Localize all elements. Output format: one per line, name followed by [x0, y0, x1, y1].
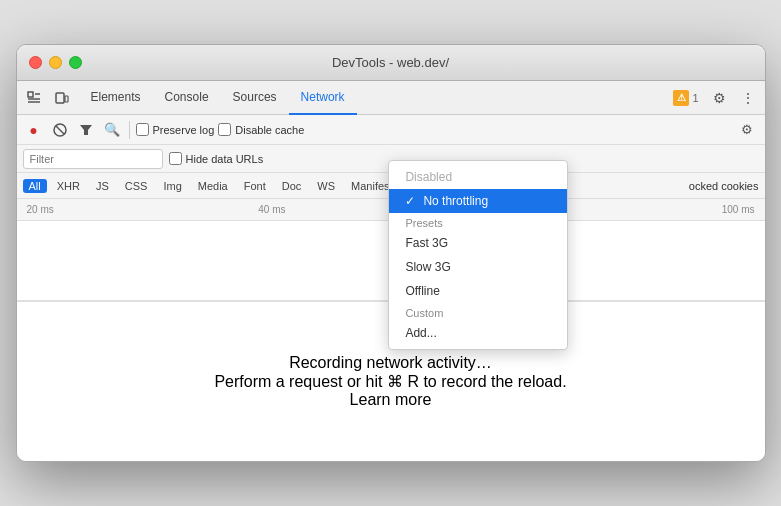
empty-state-line1: Recording network activity… [289, 354, 492, 372]
svg-rect-5 [65, 96, 68, 102]
minimize-button[interactable] [49, 56, 62, 69]
devtools-tabbar: Elements Console Sources Network ⚠ 1 ⚙ ⋮ [17, 81, 765, 115]
timeline-mark-4: 100 ms [722, 204, 755, 215]
throttle-option-add[interactable]: ✓ Add... [389, 321, 567, 345]
filter-icon[interactable] [75, 119, 97, 141]
tab-console[interactable]: Console [153, 81, 221, 115]
dropdown-custom-header: Custom [389, 303, 567, 321]
throttle-settings-icon[interactable]: ⚙ [736, 119, 758, 141]
throttle-option-fast3g[interactable]: ✓ Fast 3G [389, 231, 567, 255]
tab-network[interactable]: Network [289, 81, 357, 115]
svg-rect-4 [56, 93, 64, 103]
dropdown-disabled-label: Disabled [389, 165, 567, 189]
preserve-log-label[interactable]: Preserve log [136, 123, 215, 136]
separator-1 [129, 121, 130, 139]
type-filter-js[interactable]: JS [90, 179, 115, 193]
type-filter-ws[interactable]: WS [311, 179, 341, 193]
throttle-option-slow3g[interactable]: ✓ Slow 3G [389, 255, 567, 279]
type-filter-xhr[interactable]: XHR [51, 179, 86, 193]
titlebar: DevTools - web.dev/ [17, 45, 765, 81]
traffic-lights [29, 56, 82, 69]
type-filter-media[interactable]: Media [192, 179, 234, 193]
record-button[interactable]: ● [23, 119, 45, 141]
svg-marker-8 [80, 125, 92, 135]
preserve-log-checkbox[interactable] [136, 123, 149, 136]
close-button[interactable] [29, 56, 42, 69]
svg-line-7 [56, 126, 64, 134]
throttle-option-offline[interactable]: ✓ Offline [389, 279, 567, 303]
blocked-cookies-text: ocked cookies [689, 180, 759, 192]
disable-cache-label[interactable]: Disable cache [218, 123, 304, 136]
timeline-mark-2: 40 ms [258, 204, 285, 215]
device-icon[interactable] [49, 85, 75, 111]
main-tabs: Elements Console Sources Network [79, 81, 668, 115]
settings-icon[interactable]: ⚙ [707, 85, 733, 111]
check-icon: ✓ [405, 194, 415, 208]
tab-sources[interactable]: Sources [221, 81, 289, 115]
disable-cache-checkbox[interactable] [218, 123, 231, 136]
hide-data-urls-checkbox[interactable] [169, 152, 182, 165]
learn-more-link[interactable]: Learn more [350, 391, 432, 409]
type-filter-all[interactable]: All [23, 179, 47, 193]
dropdown-presets-header: Presets [389, 213, 567, 231]
stop-button[interactable] [49, 119, 71, 141]
filter-input[interactable] [23, 149, 163, 169]
right-icons: ⚠ 1 ⚙ ⋮ [667, 85, 760, 111]
inspect-icon[interactable] [21, 85, 47, 111]
type-filter-css[interactable]: CSS [119, 179, 154, 193]
network-toolbar: ● 🔍 Preserve log Disable cache Disabled [17, 115, 765, 145]
type-filter-img[interactable]: Img [157, 179, 187, 193]
devtools-window: DevTools - web.dev/ Elements [16, 44, 766, 462]
warning-badge[interactable]: ⚠ 1 [667, 88, 704, 108]
warning-icon: ⚠ [673, 90, 689, 106]
throttle-option-no-throttling[interactable]: ✓ No throttling [389, 189, 567, 213]
more-icon[interactable]: ⋮ [735, 85, 761, 111]
type-filter-font[interactable]: Font [238, 179, 272, 193]
window-title: DevTools - web.dev/ [332, 55, 449, 70]
empty-state-line2: Perform a request or hit ⌘ R to record t… [214, 372, 566, 391]
throttle-dropdown: Disabled ✓ No throttling Presets ✓ Fast … [388, 160, 568, 350]
type-filter-doc[interactable]: Doc [276, 179, 308, 193]
tab-elements[interactable]: Elements [79, 81, 153, 115]
svg-rect-0 [28, 92, 33, 97]
hide-data-urls-label[interactable]: Hide data URLs [169, 152, 264, 165]
maximize-button[interactable] [69, 56, 82, 69]
search-icon[interactable]: 🔍 [101, 119, 123, 141]
timeline-mark-1: 20 ms [27, 204, 54, 215]
devtools-left-icons [21, 85, 75, 111]
